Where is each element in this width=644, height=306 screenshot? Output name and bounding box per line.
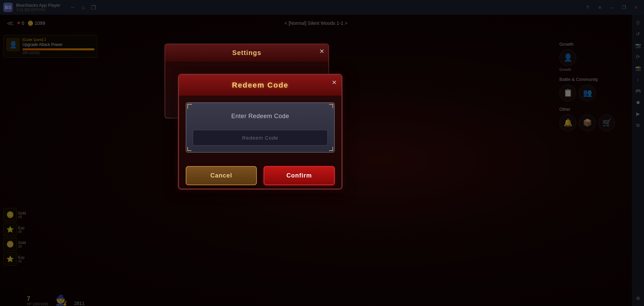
redeem-dialog: Redeem Code ✕ Enter Redeem Code Cancel C… (178, 74, 342, 190)
corner-tr-decoration (329, 104, 333, 108)
redeem-title: Redeem Code (232, 81, 289, 89)
confirm-button[interactable]: Confirm (264, 166, 335, 185)
redeem-header: Redeem Code ✕ (179, 75, 341, 96)
corner-bl-decoration (187, 147, 191, 151)
corner-br-decoration (329, 147, 333, 151)
redeem-body: Enter Redeem Code (179, 96, 341, 159)
settings-header: Settings ✕ (165, 44, 328, 61)
redeem-placeholder-text: Enter Redeem Code (193, 113, 328, 120)
redeem-close-button[interactable]: ✕ (332, 79, 337, 86)
settings-title: Settings (232, 49, 262, 56)
redeem-buttons: Cancel Confirm (179, 159, 341, 189)
cancel-button[interactable]: Cancel (186, 166, 257, 185)
redeem-input-area: Enter Redeem Code (186, 102, 335, 153)
redeem-code-input[interactable] (193, 130, 328, 146)
settings-close-button[interactable]: ✕ (319, 48, 324, 55)
